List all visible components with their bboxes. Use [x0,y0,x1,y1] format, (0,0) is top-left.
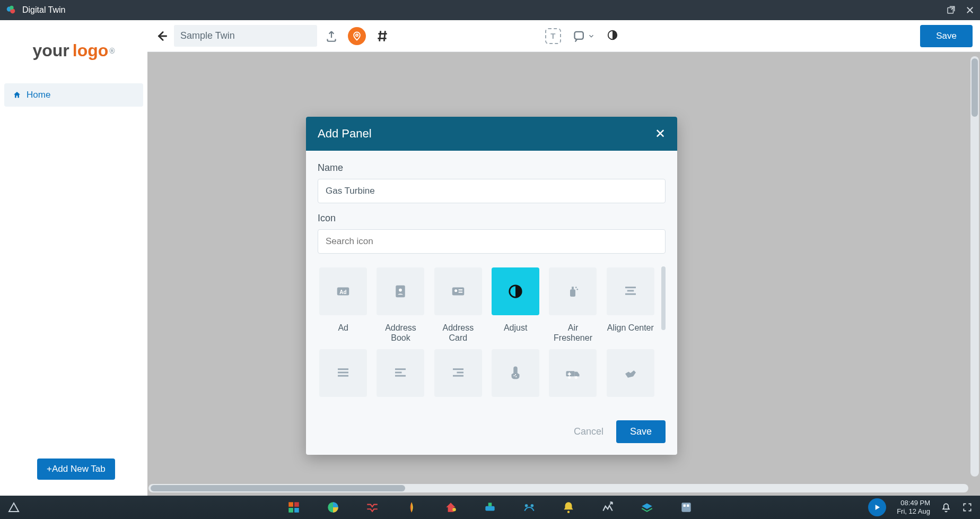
icon-option-address-book[interactable]: Address Book [375,267,426,343]
icon-option-label: Align Left [383,404,418,405]
taskbar-app-3-icon[interactable] [365,500,379,514]
close-window-icon[interactable] [965,5,975,15]
icon-option-align-center[interactable]: Align Center [605,267,656,343]
icon-option-address-card[interactable]: Address Card [433,267,484,343]
align-justify-icon[interactable] [319,349,367,397]
icon-option-air-freshener[interactable]: Air Freshener [547,267,598,343]
name-field-label: Name [318,162,666,174]
icon-option-label: Allergies [499,404,531,405]
icon-option-ambulance[interactable]: Ambulance [547,349,598,405]
icon-option-label: American Sign Language [605,404,656,405]
svg-rect-18 [681,503,690,512]
window-titlebar: Digital Twin [0,0,980,20]
modal-header: Add Panel ✕ [306,117,677,151]
icon-option-adjust[interactable]: Adjust [490,267,541,343]
icon-option-label: Align Right [438,404,478,405]
icon-option-label: Ambulance [552,404,594,405]
taskbar-app-10-icon[interactable] [640,500,654,514]
cancel-button[interactable]: Cancel [574,426,603,437]
os-taskbar: 08:49 PM Fri, 12 Aug [0,496,980,519]
taskbar-apps [287,500,693,514]
taskbar-app-5-icon[interactable] [444,500,458,514]
app-logo-icon [5,4,17,16]
svg-point-15 [526,505,527,506]
icon-field-label: Icon [318,213,666,224]
taskbar-app-2-icon[interactable] [326,500,340,514]
clock-time: 08:49 PM [897,499,930,507]
svg-rect-8 [294,502,299,507]
icon-option-align-left[interactable]: Align Left [375,349,426,405]
svg-point-2 [10,6,13,10]
icon-option-label: Align Justify [320,404,365,405]
adjust-icon[interactable] [492,267,539,315]
popout-icon[interactable] [946,5,956,15]
close-icon[interactable]: ✕ [655,126,666,141]
launcher-icon[interactable] [7,501,20,514]
icon-option-allergies[interactable]: Allergies [490,349,541,405]
address-card-icon[interactable] [434,267,482,315]
notifications-icon[interactable] [941,502,951,513]
icon-option-label: Adjust [504,323,527,333]
app-frame: your logo ® Home +Add New Tab [0,20,980,496]
icon-grid-scrollbar[interactable] [661,266,666,330]
align-center-icon[interactable] [607,267,654,315]
svg-rect-10 [294,508,299,513]
taskbar-app-6-icon[interactable] [483,500,497,514]
ambulance-icon[interactable] [549,349,597,397]
allergies-icon[interactable] [492,349,539,397]
svg-rect-9 [288,508,293,513]
add-panel-modal: Add Panel ✕ Name Icon AdAddress BookAddr… [306,117,677,455]
system-tray: 08:49 PM Fri, 12 Aug [868,498,973,516]
taskbar-app-8-icon[interactable] [562,500,575,514]
svg-rect-13 [485,506,494,511]
modal-footer: Cancel Save [306,411,677,455]
fullscreen-icon[interactable] [962,502,973,513]
asl-icon[interactable] [607,349,654,397]
svg-rect-19 [684,505,686,507]
taskbar-app-4-icon[interactable] [405,500,418,514]
svg-rect-20 [687,505,689,507]
svg-rect-14 [488,503,492,506]
window-title: Digital Twin [22,5,66,15]
ad-icon[interactable] [319,267,367,315]
icon-option-label: Air Freshener [547,323,598,343]
modal-title: Add Panel [318,127,372,141]
icon-option-align-justify[interactable]: Align Justify [318,349,369,405]
address-book-icon[interactable] [377,267,424,315]
icon-option-ad[interactable]: Ad [318,267,369,343]
icon-option-label: Address Book [375,323,426,343]
icon-grid-scroll[interactable]: AdAddress BookAddress CardAdjustAir Fres… [318,263,666,405]
tray-brand-icon[interactable] [868,498,886,516]
svg-point-17 [567,511,570,513]
svg-rect-7 [288,502,293,507]
taskbar-app-11-icon[interactable] [679,500,693,514]
taskbar-app-7-icon[interactable] [522,500,536,514]
icon-search-input[interactable] [318,229,666,254]
icon-option-label: Ad [338,323,348,333]
align-left-icon[interactable] [377,349,424,397]
icon-option-align-right[interactable]: Align Right [433,349,484,405]
taskbar-app-1-icon[interactable] [287,500,301,514]
panel-name-input[interactable] [318,179,666,203]
align-right-icon[interactable] [434,349,482,397]
svg-point-16 [531,505,533,506]
icon-option-label: Align Center [607,323,654,333]
air-freshener-icon[interactable] [549,267,597,315]
clock: 08:49 PM Fri, 12 Aug [897,499,930,515]
clock-date: Fri, 12 Aug [897,507,930,516]
taskbar-app-9-icon[interactable] [601,500,615,514]
icon-option-label: Address Card [433,323,484,343]
svg-point-12 [452,508,456,512]
save-button[interactable]: Save [616,420,666,443]
icon-option-asl[interactable]: American Sign Language [605,349,656,405]
